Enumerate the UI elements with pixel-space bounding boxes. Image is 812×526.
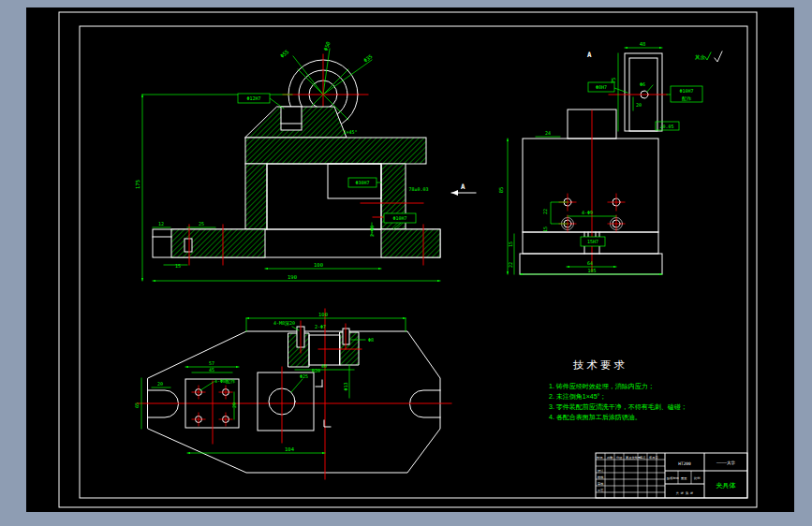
sheet-count-cell: 共 张 第 张 xyxy=(676,491,694,495)
cad-viewer-window: Φ55 Φ50 Φ35 Φ12H7 175 Φ30H7 78±0.03 2-Φ6… xyxy=(0,0,812,526)
dim-label: 40 xyxy=(321,363,327,369)
view-label: A xyxy=(587,51,592,59)
role-cell: 工艺 xyxy=(598,489,603,492)
dim-label: 4-Φ8配作 xyxy=(214,378,236,385)
dim-label: Φ8 xyxy=(368,337,374,343)
organization-cell: ————大学 xyxy=(716,460,735,465)
dim-label: 65 xyxy=(134,402,140,408)
tech-req-item: 1. 铸件应经时效处理，消除内应力； xyxy=(549,381,783,391)
dim-label: 85 xyxy=(498,187,504,194)
dim-label: 100 xyxy=(318,312,328,317)
tech-req-item: 2. 未注倒角1×45°； xyxy=(549,391,783,402)
tech-req-item: 3. 零件装配前应清洗干净，不得有毛刺、磕碰； xyxy=(549,402,783,412)
dim-label: 78±0.03 xyxy=(408,186,428,192)
dim-label-boxed: Φ30H7 xyxy=(355,180,369,185)
part-name-cell: 夹具体 xyxy=(716,482,736,489)
dim-label: 45 xyxy=(209,367,214,373)
dim-label: 15 xyxy=(508,241,513,247)
dim-label: 104 xyxy=(285,446,295,452)
technical-requirements: 技术要求 1. 铸件应经时效处理，消除内应力； 2. 未注倒角1×45°； 3.… xyxy=(549,358,783,422)
dim-label: 175 xyxy=(135,180,140,189)
dim-label: 64 xyxy=(587,260,593,266)
header-cell: 标记 xyxy=(596,456,603,460)
dim-label: 20 xyxy=(636,102,642,108)
dim-label: 20 xyxy=(157,381,163,387)
stage-cell: 比例 xyxy=(694,476,700,480)
stage-cell: 阶段标记 xyxy=(667,476,680,480)
header-cell: 年月日 xyxy=(649,456,658,460)
dim-label: 57 xyxy=(209,360,214,366)
role-cell: 校核 xyxy=(597,475,604,479)
dim-label: 24 xyxy=(545,130,551,136)
dim-label: 15 xyxy=(542,226,548,232)
drawing-canvas xyxy=(26,7,794,512)
stage-cell: 重量 xyxy=(681,476,687,480)
header-cell: 签名 xyxy=(640,456,645,460)
dim-label: 4-Φ9 xyxy=(582,210,593,215)
header-cell: 处数 xyxy=(607,456,613,460)
roughness-others-label: 其余 xyxy=(695,54,706,61)
dim-label: R20 xyxy=(312,368,320,373)
sheet-frame xyxy=(26,7,794,512)
dim-label: 48 xyxy=(640,41,646,47)
dim-label: 1×45° xyxy=(343,129,357,135)
dim-label-boxed: Φ12H7 xyxy=(246,95,260,101)
dim-label-boxed: Φ8H7 xyxy=(596,84,607,90)
material-cell: HT200 xyxy=(678,461,691,466)
dim-label: 105 xyxy=(587,268,596,273)
gdt-label: ⊥0.05 xyxy=(659,124,673,129)
dim-label-boxed: Φ10H7 xyxy=(679,88,693,94)
role-cell: 审核 xyxy=(598,482,604,486)
dim-label: 190 xyxy=(288,274,297,280)
dim-label: 15 xyxy=(175,263,181,269)
dim-label: 75 xyxy=(611,78,616,84)
dim-label: 22 xyxy=(542,209,548,214)
dim-label: 25 xyxy=(199,221,204,226)
dim-label: 4-M8深20 xyxy=(273,320,295,327)
tech-req-title: 技术要求 xyxy=(549,358,783,373)
dim-label: 2-Φ7 xyxy=(315,324,326,329)
dim-label: Φ6 xyxy=(640,81,645,87)
section-arrow-label: A xyxy=(461,183,465,191)
header-cell: 分区 xyxy=(616,456,623,460)
dim-label: 100 xyxy=(314,262,323,268)
dim-label: 29 xyxy=(231,402,237,408)
drawing-sheet: Φ55 Φ50 Φ35 Φ12H7 175 Φ30H7 78±0.03 2-Φ6… xyxy=(0,0,812,526)
role-cell: 设计 xyxy=(598,469,604,473)
dim-label-boxed: 15H7 xyxy=(587,239,598,244)
dim-label: 2-Φ6 xyxy=(369,226,375,237)
dim-label: 22 xyxy=(508,262,513,268)
dim-label: Φ25 xyxy=(300,373,308,379)
dim-label: 12 xyxy=(158,221,164,226)
dim-label: Φ13 xyxy=(343,382,348,390)
tech-req-item: 4. 各配合表面加工后涂防锈油。 xyxy=(549,412,783,422)
dim-label-boxed: Φ10H7 xyxy=(392,215,406,221)
dim-label-boxed: 配作 xyxy=(682,95,692,102)
